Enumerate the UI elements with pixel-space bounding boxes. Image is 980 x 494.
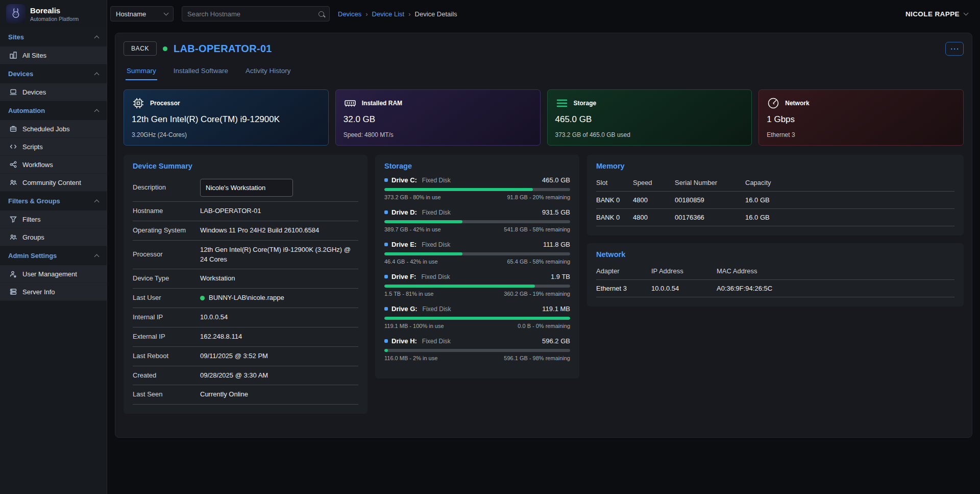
sidebar-item-label: Devices	[22, 88, 46, 96]
sidebar-item-devices[interactable]: Devices	[0, 83, 107, 101]
sidebar-section-filters-groups[interactable]: Filters & Groups	[0, 192, 107, 210]
description-input[interactable]	[200, 179, 293, 197]
summary-row-operating-system: Operating System Windows 11 Pro 24H2 Bui…	[133, 221, 358, 241]
scheduled-jobs-icon	[9, 125, 17, 133]
sidebar-section-automation[interactable]: Automation	[0, 101, 107, 120]
sidebar-section-admin-settings[interactable]: Admin Settings	[0, 246, 107, 265]
breadcrumb-device-details: Device Details	[415, 10, 457, 18]
stat-cards: Processor 12th Gen Intel(R) Core(TM) i9-…	[124, 89, 964, 146]
sidebar-item-all-sites[interactable]: All Sites	[0, 46, 107, 64]
drive-remaining: 596.1 GB - 98% remaining	[504, 355, 570, 361]
drive-remaining: 65.4 GB - 58% remaining	[507, 258, 570, 265]
sidebar-item-scripts[interactable]: Scripts	[0, 138, 107, 156]
chevron-up-icon	[94, 36, 100, 41]
chevron-down-icon	[964, 11, 969, 16]
card-value: 32.0 GB	[344, 114, 532, 125]
more-actions-button[interactable]: ⋯	[945, 42, 964, 56]
summary-row-device-type: Device Type Workstation	[133, 269, 358, 289]
sidebar: Borealis Automation Platform Sites All S…	[0, 0, 107, 494]
chevron-up-icon	[94, 200, 100, 205]
sidebar-section-devices[interactable]: Devices	[0, 64, 107, 83]
drive-used: 389.7 GB - 42% in use	[384, 226, 441, 232]
search-input[interactable]	[187, 10, 318, 18]
storage-icon	[555, 97, 569, 110]
drive-remaining: 0.0 B - 0% remaining	[518, 323, 570, 329]
sidebar-item-groups[interactable]: Groups	[0, 228, 107, 246]
sidebar-item-label: Server Info	[22, 288, 55, 296]
cpu-icon	[132, 97, 145, 110]
summary-row-created: Created 09/28/2025 @ 3:30 AM	[133, 366, 358, 386]
network-card: Network 1 Gbps Ethernet 3	[758, 89, 964, 146]
drive-icon	[384, 307, 388, 311]
sidebar-section-label: Filters & Groups	[8, 197, 60, 205]
summary-row-last-user: Last User BUNNY-LAB\nicole.rappe	[133, 289, 358, 308]
installed-ram-card: Installed RAM 32.0 GB Speed: 4800 MT/s	[335, 89, 541, 146]
breadcrumb: Devices › Device List › Device Details	[338, 10, 457, 18]
search-icon[interactable]	[318, 11, 324, 17]
chevron-up-icon	[94, 109, 100, 114]
user-menu[interactable]: NICOLE RAPPE	[905, 10, 968, 18]
tab-installed-software[interactable]: Installed Software	[173, 64, 229, 80]
drive-row-d: Drive D: Fixed Disk 931.5 GB 389.7 GB - …	[384, 208, 570, 232]
page-title: LAB-OPERATOR-01	[174, 43, 272, 55]
drive-used: 373.2 GB - 80% in use	[384, 194, 441, 200]
ram-icon	[344, 97, 357, 110]
panel-title: Storage	[384, 162, 570, 170]
drive-remaining: 91.8 GB - 20% remaining	[507, 194, 570, 200]
drive-usage-bar	[384, 188, 570, 191]
sidebar-item-community-content[interactable]: Community Content	[0, 174, 107, 192]
card-title: Installed RAM	[362, 100, 402, 107]
card-title: Storage	[574, 100, 597, 107]
card-title: Network	[785, 100, 809, 107]
drive-usage-bar	[384, 317, 570, 320]
memory-table-header: Slot Speed Serial Number Capacity	[596, 174, 954, 192]
sidebar-item-label: All Sites	[22, 52, 46, 59]
topbar: Hostname Devices › Device List › Device …	[107, 0, 980, 28]
network-panel: Network Adapter IP Address MAC Address E…	[587, 243, 964, 307]
sidebar-item-label: Filters	[22, 216, 40, 223]
card-footer: 373.2 GB of 465.0 GB used	[555, 131, 744, 138]
storage-card: Storage 465.0 GB 373.2 GB of 465.0 GB us…	[547, 89, 752, 146]
breadcrumb-device-list[interactable]: Device List	[372, 10, 405, 18]
devices-icon	[9, 88, 17, 96]
user-online-icon	[200, 296, 205, 300]
sidebar-item-label: Community Content	[22, 179, 81, 186]
detail-grid: Device Summary Description Hostname LAB-…	[124, 155, 964, 414]
right-column: Memory Slot Speed Serial Number Capacity…	[587, 155, 964, 307]
tab-summary[interactable]: Summary	[126, 64, 157, 80]
drive-icon	[384, 339, 388, 343]
drive-remaining: 541.8 GB - 58% remaining	[504, 226, 570, 232]
community-content-icon	[9, 178, 17, 186]
sidebar-section-label: Devices	[8, 70, 33, 78]
breadcrumb-separator: ›	[408, 10, 410, 18]
sidebar-item-filters[interactable]: Filters	[0, 210, 107, 228]
user-management-icon	[9, 270, 17, 278]
sidebar-section-label: Automation	[8, 107, 45, 114]
drive-icon	[384, 210, 388, 214]
scripts-icon	[9, 143, 17, 151]
chevron-up-icon	[94, 254, 100, 260]
memory-panel: Memory Slot Speed Serial Number Capacity…	[587, 155, 964, 236]
tab-activity-history[interactable]: Activity History	[244, 64, 292, 80]
brand: Borealis Automation Platform	[0, 0, 107, 28]
sidebar-item-scheduled-jobs[interactable]: Scheduled Jobs	[0, 120, 107, 138]
online-status-icon	[163, 46, 167, 51]
drive-usage-bar	[384, 252, 570, 255]
sidebar-item-user-management[interactable]: User Management	[0, 265, 107, 283]
processor-card: Processor 12th Gen Intel(R) Core(TM) i9-…	[124, 89, 329, 146]
sidebar-section-sites[interactable]: Sites	[0, 28, 107, 46]
card-value: 12th Gen Intel(R) Core(TM) i9-12900K	[132, 114, 321, 125]
workflows-icon	[9, 160, 17, 169]
summary-row-last-seen: Last Seen Currently Online	[133, 385, 358, 405]
drive-used: 1.5 TB - 81% in use	[384, 291, 433, 297]
back-button[interactable]: BACK	[124, 41, 157, 56]
sidebar-item-server-info[interactable]: Server Info	[0, 283, 107, 301]
breadcrumb-devices[interactable]: Devices	[338, 10, 361, 18]
sidebar-section-label: Sites	[8, 33, 24, 41]
panel-title: Device Summary	[133, 162, 358, 170]
drive-remaining: 360.2 GB - 19% remaining	[504, 291, 570, 297]
device-summary-panel: Device Summary Description Hostname LAB-…	[124, 155, 368, 414]
hostname-filter-dropdown[interactable]: Hostname	[110, 6, 174, 21]
row-label: Description	[133, 183, 200, 192]
sidebar-item-workflows[interactable]: Workflows	[0, 156, 107, 174]
